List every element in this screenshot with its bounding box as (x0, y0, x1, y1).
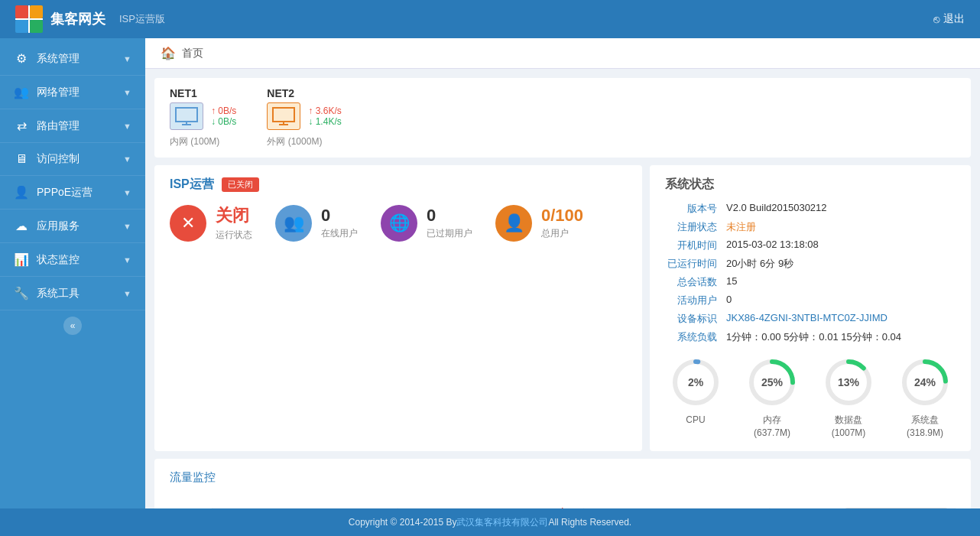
sidebar-label-status-mon: 状态监控 (37, 253, 80, 267)
svg-rect-7 (179, 110, 194, 119)
system-status-card: 系统状态 版本号 V2.0 Build2015030212 注册状态 未注册 开… (650, 165, 971, 451)
home-icon: 🏠 (161, 46, 176, 60)
svg-rect-1 (30, 5, 43, 18)
footer-company-link[interactable]: 武汉集客科技有限公司 (456, 516, 548, 529)
gauge-sys-disk: 24% 系统盘(318.9M) (898, 356, 952, 440)
isp-card: ISP运营 已关闭 ✕ 关闭 运行状态 (154, 165, 642, 451)
gauge-cpu: 2% CPU (669, 356, 722, 440)
system-row-sessions: 总会话数 15 (665, 275, 956, 289)
app-subtitle: ISP运营版 (119, 12, 165, 26)
network-card: NET1 ↑ 0B/s ↓ 0B/s (154, 78, 971, 158)
chart-title: 流量监控 (170, 470, 956, 485)
isp-title: ISP运营 (170, 177, 214, 193)
chevron-icon-2: ▼ (123, 88, 131, 97)
content-area: NET1 ↑ 0B/s ↓ 0B/s (145, 69, 980, 508)
y-axis-labels: 7.32KB 4.88KB 2.44KB 0B (170, 508, 208, 508)
sidebar-item-system-mgmt[interactable]: ⚙ 系统管理 ▼ (0, 42, 145, 76)
app-title: 集客网关 (50, 10, 105, 28)
gauges-area: 2% CPU 25% (665, 356, 956, 440)
net2-down: ↓ 1.4K/s (308, 116, 341, 127)
net2-label: 外网 (1000M) (267, 135, 341, 148)
cloud-icon: ☁ (14, 219, 29, 233)
sys-disk-gauge-circle: 24% (898, 356, 952, 409)
sidebar-item-app-service[interactable]: ☁ 应用服务 ▼ (0, 210, 145, 243)
isp-online-users-value: 0 (321, 206, 358, 226)
breadcrumb: 🏠 首页 (145, 38, 980, 69)
system-row-boot-time: 开机时间 2015-03-02 13:18:08 (665, 239, 956, 252)
chevron-icon-3: ▼ (123, 122, 131, 131)
isp-expired-users-value: 0 (427, 206, 472, 226)
sidebar-label-access-ctrl: 访问控制 (37, 152, 80, 166)
system-row-device-id: 设备标识 JKX86-4ZGNI-3NTBI-MTC0Z-JJIMD (665, 312, 956, 326)
system-row-load: 系统负载 1分钟：0.00 5分钟：0.01 15分钟：0.04 (665, 330, 956, 344)
gauge-data-disk: 13% 数据盘(1007M) (822, 356, 875, 440)
sidebar-label-route-mgmt: 路由管理 (37, 119, 80, 133)
sidebar-item-pppoe-ops[interactable]: 👤 PPPoE运营 ▼ (0, 176, 145, 210)
sidebar-item-route-mgmt[interactable]: ⇄ 路由管理 ▼ (0, 109, 145, 143)
reg-status-label: 注册状态 (665, 220, 726, 234)
net1-up: ↑ 0B/s (211, 106, 236, 116)
isp-status-badge: 已关闭 (222, 177, 259, 192)
device-id-value: JKX86-4ZGNI-3NTBI-MTC0Z-JJIMD (726, 312, 888, 326)
network-icon: 👥 (14, 85, 29, 99)
isp-total-users-label: 总用户 (541, 227, 583, 240)
net1-down: ↓ 0B/s (211, 116, 236, 127)
close-icon: ✕ (170, 205, 206, 242)
logo-area: 集客网关 ISP运营版 (15, 5, 165, 33)
sidebar-label-app-service: 应用服务 (37, 219, 80, 233)
memory-label: 内存(637.7M) (754, 414, 790, 440)
boot-time-value: 2015-03-02 13:18:08 (726, 239, 819, 252)
sys-disk-label: 系统盘(318.9M) (907, 414, 943, 440)
logo-icon (15, 5, 43, 33)
reg-status-value: 未注册 (726, 220, 756, 234)
header: 集客网关 ISP运营版 ⎋ 退出 (0, 0, 980, 38)
sidebar-item-status-mon[interactable]: 📊 状态监控 ▼ (0, 243, 145, 277)
traffic-svg (212, 508, 956, 508)
sidebar-item-network-mgmt[interactable]: 👥 网络管理 ▼ (0, 76, 145, 109)
chart-svg-wrapper: 时间:09:23:24 上行: 3.62KB 下行: 1.30KB 上行 (212, 508, 956, 508)
sidebar-item-sys-tools[interactable]: 🔧 系统工具 ▼ (0, 277, 145, 310)
system-row-uptime: 已运行时间 20小时 6分 9秒 (665, 257, 956, 271)
svg-rect-0 (15, 5, 28, 18)
sidebar-collapse-button[interactable]: « (63, 317, 82, 335)
sidebar-label-sys-tools: 系统工具 (37, 287, 80, 300)
net1-icon (170, 102, 203, 130)
net2-icon (267, 102, 300, 130)
memory-gauge-circle: 25% (745, 356, 799, 409)
sidebar-label-system-mgmt: 系统管理 (37, 52, 80, 66)
version-value: V2.0 Build2015030212 (726, 202, 827, 216)
chart-icon: 📊 (14, 252, 29, 267)
chart-legend: 上行 下行 (845, 508, 948, 508)
users-icon: 👥 (275, 205, 312, 242)
breadcrumb-home: 首页 (182, 47, 203, 60)
chevron-icon-4: ▼ (123, 154, 131, 164)
load-value: 1分钟：0.00 5分钟：0.01 15分钟：0.04 (726, 330, 901, 344)
isp-stat-expired-users: 🌐 0 已过期用户 (381, 205, 472, 242)
isp-run-state-value: 关闭 (216, 204, 252, 227)
isp-stat-total-users: 👤 0/100 总用户 (495, 205, 583, 242)
isp-run-state-label: 运行状态 (216, 229, 252, 242)
uptime-value: 20小时 6分 9秒 (726, 257, 793, 271)
net2-item: NET2 ↑ 3.6K/s ↓ 1.4K/s (267, 87, 341, 148)
load-label: 系统负载 (665, 330, 726, 344)
chevron-icon: ▼ (123, 54, 131, 63)
isp-stat-run-state: ✕ 关闭 运行状态 (170, 204, 252, 242)
memory-percent: 25% (761, 376, 783, 388)
device-id-label: 设备标识 (665, 312, 726, 326)
middle-row: ISP运营 已关闭 ✕ 关闭 运行状态 (154, 165, 971, 451)
data-disk-percent: 13% (838, 376, 859, 388)
logout-button[interactable]: ⎋ 退出 (933, 12, 965, 26)
isp-total-users-value: 0/100 (541, 206, 583, 226)
system-row-version: 版本号 V2.0 Build2015030212 (665, 202, 956, 216)
main-layout: ⚙ 系统管理 ▼ 👥 网络管理 ▼ ⇄ 路由管理 ▼ 🖥 访问控制 ▼ (0, 38, 980, 508)
system-row-active-users: 活动用户 0 (665, 294, 956, 307)
main-content: 🏠 首页 NET1 (145, 38, 980, 508)
sidebar-label-network-mgmt: 网络管理 (37, 86, 80, 99)
net2-up: ↑ 3.6K/s (308, 106, 341, 116)
logout-icon: ⎋ (933, 13, 939, 25)
system-status-title: 系统状态 (665, 177, 956, 193)
svg-rect-3 (30, 20, 43, 33)
sidebar-item-access-ctrl[interactable]: 🖥 访问控制 ▼ (0, 143, 145, 176)
uptime-label: 已运行时间 (665, 257, 726, 271)
traffic-chart-card: 流量监控 7.32KB 4.88KB 2.44KB 0B (154, 459, 971, 508)
